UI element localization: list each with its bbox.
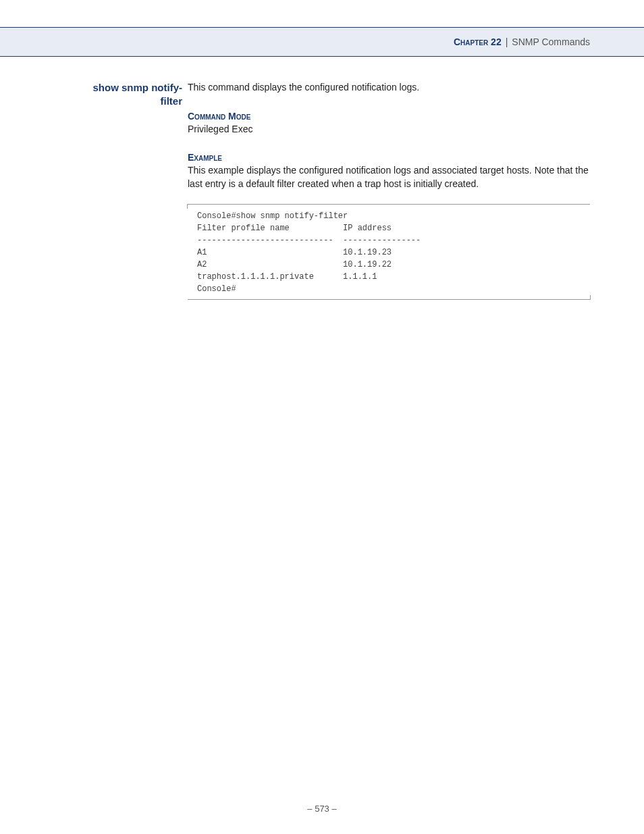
example-text: This example displays the configured not… [188,164,590,190]
example-heading: Example [188,152,590,163]
command-row: show snmp notify- filter This command di… [0,81,590,300]
page-number: – 573 – [0,804,644,814]
content-area: show snmp notify- filter This command di… [0,81,590,300]
header-divider: | [506,36,508,47]
command-mode-heading: Command Mode [188,111,590,122]
command-description: This command displays the configured not… [188,81,590,95]
command-name-column: show snmp notify- filter [0,81,188,107]
page-header: Chapter 22 | SNMP Commands [0,27,644,57]
section-title: SNMP Commands [512,36,590,47]
chapter-label: Chapter 22 [454,36,502,47]
console-output: Console#show snmp notify-filter Filter p… [188,204,590,300]
command-name-line1: show snmp notify- [0,81,182,95]
command-name-line2: filter [0,95,182,108]
command-body-column: This command displays the configured not… [188,81,590,300]
command-mode-text: Privileged Exec [188,123,590,136]
